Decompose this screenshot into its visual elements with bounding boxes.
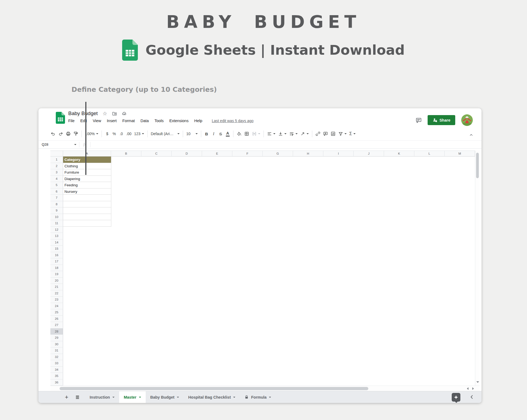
row-header-18[interactable]: 18 — [50, 265, 63, 271]
column-header-H[interactable]: H — [293, 151, 323, 157]
row-header-19[interactable]: 19 — [50, 271, 63, 278]
row-header-28[interactable]: 28 — [50, 328, 63, 335]
column-header-I[interactable]: I — [323, 151, 354, 157]
horizontal-scrollbar[interactable] — [50, 386, 480, 391]
column-header-A[interactable]: A — [63, 151, 111, 157]
text-color-button[interactable]: A — [224, 130, 231, 138]
text-wrap-button[interactable] — [288, 130, 299, 138]
cell-A10[interactable] — [63, 214, 111, 220]
row-header-6[interactable]: 6 — [50, 188, 63, 195]
column-header-K[interactable]: K — [384, 151, 414, 157]
menu-view[interactable]: View — [93, 119, 101, 123]
hide-side-panel-button[interactable] — [469, 393, 474, 402]
row-header-12[interactable]: 12 — [50, 227, 63, 233]
insert-link-button[interactable] — [314, 130, 322, 138]
menu-insert[interactable]: Insert — [107, 119, 117, 123]
row-header-30[interactable]: 30 — [50, 341, 63, 348]
create-filter-button[interactable] — [337, 130, 348, 138]
add-sheet-button[interactable]: + — [63, 394, 70, 400]
last-edit-link[interactable]: Last edit was 5 days ago — [212, 119, 253, 123]
tab-hospital-bag-checklist[interactable]: Hospital Bag Checklist — [184, 391, 240, 403]
row-header-16[interactable]: 16 — [50, 252, 63, 259]
row-header-23[interactable]: 23 — [50, 297, 63, 303]
vertical-scrollbar[interactable] — [475, 151, 480, 386]
formula-input[interactable] — [90, 141, 482, 148]
column-header-E[interactable]: E — [202, 151, 232, 157]
menu-help[interactable]: Help — [194, 119, 202, 123]
column-header-L[interactable]: L — [414, 151, 445, 157]
insert-chart-button[interactable] — [329, 130, 337, 138]
row-header-13[interactable]: 13 — [50, 233, 63, 239]
row-header-2[interactable]: 2 — [50, 163, 63, 170]
column-header-D[interactable]: D — [172, 151, 202, 157]
row-header-25[interactable]: 25 — [50, 309, 63, 316]
cell-A7[interactable] — [63, 195, 111, 201]
column-header-J[interactable]: J — [354, 151, 384, 157]
column-header-G[interactable]: G — [263, 151, 293, 157]
row-header-4[interactable]: 4 — [50, 176, 63, 182]
scroll-left-button[interactable] — [465, 386, 470, 391]
cell-A6[interactable]: Nursery — [63, 188, 111, 195]
document-title[interactable]: Baby Budget — [68, 110, 98, 116]
move-to-folder-icon[interactable] — [112, 111, 117, 116]
share-button[interactable]: Share — [428, 115, 455, 125]
cell-A5[interactable]: Feeding — [63, 182, 111, 188]
menu-data[interactable]: Data — [141, 119, 149, 123]
row-header-17[interactable]: 17 — [50, 258, 63, 265]
borders-button[interactable] — [243, 130, 251, 138]
column-header-M[interactable]: M — [445, 151, 475, 157]
row-header-1[interactable]: 1 — [50, 157, 63, 163]
horizontal-align-button[interactable] — [266, 130, 277, 138]
row-header-34[interactable]: 34 — [50, 367, 63, 373]
cell-A11[interactable] — [63, 220, 111, 227]
row-header-14[interactable]: 14 — [50, 239, 63, 246]
row-header-22[interactable]: 22 — [50, 290, 63, 297]
column-header-C[interactable]: C — [141, 151, 172, 157]
tab-formula[interactable]: Formula — [240, 391, 276, 403]
vertical-scrollbar-thumb[interactable] — [476, 153, 479, 178]
row-header-5[interactable]: 5 — [50, 182, 63, 188]
scroll-down-button[interactable] — [475, 380, 480, 385]
tab-master[interactable]: Master — [119, 391, 146, 403]
fill-color-button[interactable] — [235, 130, 243, 138]
row-header-15[interactable]: 15 — [50, 246, 63, 252]
menu-format[interactable]: Format — [122, 119, 135, 123]
text-rotation-button[interactable] — [299, 130, 310, 138]
format-percent-button[interactable]: % — [111, 130, 118, 138]
row-header-29[interactable]: 29 — [50, 335, 63, 341]
print-button[interactable] — [64, 130, 72, 138]
functions-button[interactable]: Σ — [348, 130, 357, 138]
row-header-36[interactable]: 36 — [50, 379, 63, 386]
row-header-20[interactable]: 20 — [50, 278, 63, 284]
name-box[interactable]: Q28 — [38, 141, 79, 148]
strikethrough-button[interactable]: S — [217, 130, 224, 138]
all-sheets-button[interactable] — [74, 395, 81, 400]
tab-instruction[interactable]: Instruction — [85, 391, 119, 403]
font-family-select[interactable]: Default (Ari… — [149, 130, 181, 138]
cell-A4[interactable]: Diapering — [63, 176, 111, 182]
cell-A3[interactable]: Furniture — [63, 169, 111, 176]
row-header-31[interactable]: 31 — [50, 347, 63, 354]
cell-A1[interactable]: Category — [63, 157, 111, 163]
select-all-corner[interactable] — [50, 151, 63, 157]
redo-button[interactable] — [57, 130, 64, 138]
horizontal-scrollbar-thumb[interactable] — [60, 387, 368, 390]
account-avatar[interactable] — [461, 114, 473, 126]
cell-A9[interactable] — [63, 207, 111, 214]
row-header-9[interactable]: 9 — [50, 207, 63, 214]
row-header-32[interactable]: 32 — [50, 354, 63, 360]
row-header-35[interactable]: 35 — [50, 373, 63, 379]
row-header-7[interactable]: 7 — [50, 195, 63, 201]
vertical-align-button[interactable] — [277, 130, 288, 138]
tab-baby-budget[interactable]: Baby Budget — [146, 391, 184, 403]
explore-button[interactable] — [452, 393, 460, 402]
scroll-right-button[interactable] — [471, 386, 475, 391]
row-header-33[interactable]: 33 — [50, 360, 63, 367]
menu-extensions[interactable]: Extensions — [169, 119, 188, 123]
row-header-8[interactable]: 8 — [50, 201, 63, 208]
cell-A2[interactable]: Clothing — [63, 163, 111, 170]
google-sheets-logo-icon[interactable] — [56, 112, 65, 124]
insert-comment-button[interactable] — [322, 130, 329, 138]
row-header-26[interactable]: 26 — [50, 316, 63, 322]
cloud-saved-icon[interactable] — [122, 111, 127, 116]
